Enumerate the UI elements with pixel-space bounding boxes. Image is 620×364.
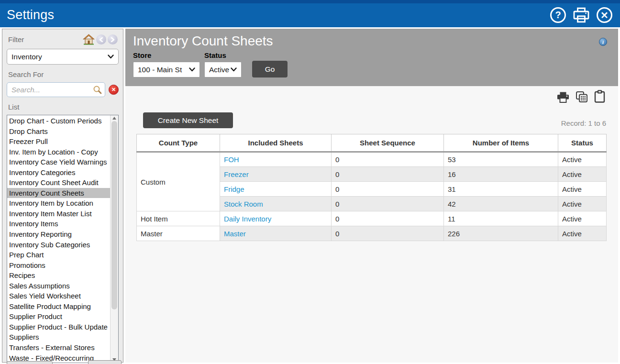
print-icon[interactable] — [557, 92, 569, 103]
included-sheet-cell: Stock Room — [220, 197, 332, 211]
list-items: Drop Chart - Custom PeriodsDrop ChartsFr… — [7, 115, 110, 363]
section-title: Inventory Count Sheets — [133, 33, 610, 49]
titlebar: Settings ? ✕ — [0, 0, 620, 27]
list-item[interactable]: Inventory Items — [7, 219, 110, 229]
sheets-table-body: CustomFOH053ActiveFreezer016ActiveFridge… — [137, 152, 607, 241]
store-select-value: 100 - Main St — [138, 66, 182, 74]
list-item[interactable]: Inventory Count Sheet Audit — [7, 177, 110, 188]
sheet-link[interactable]: Master — [224, 230, 246, 238]
filter-label: Filter — [8, 35, 24, 44]
column-header: Status — [558, 134, 607, 152]
list-item[interactable]: Inventory Reporting — [7, 229, 110, 240]
sheet-link[interactable]: Daily Inventory — [224, 215, 271, 223]
list-item[interactable]: Inventory Count Sheets — [7, 188, 110, 199]
status-cell: Active — [558, 152, 607, 167]
included-sheet-cell: Fridge — [220, 182, 332, 197]
list-item[interactable]: Inventory Categories — [7, 167, 110, 178]
table-row: CustomFOH053Active — [137, 152, 607, 167]
sheet-link[interactable]: Stock Room — [224, 200, 263, 208]
status-label: Status — [204, 51, 242, 59]
export-sheets-icon[interactable] — [576, 91, 588, 103]
sheet-sequence-cell: 0 — [332, 197, 444, 211]
chevron-down-icon — [231, 67, 237, 72]
list-item[interactable]: Inventory Item Master List — [7, 209, 110, 219]
list-item[interactable]: Inventory Case Yield Warnings — [7, 157, 110, 167]
go-button[interactable]: Go — [252, 61, 288, 77]
list-item[interactable]: Suppliers — [7, 332, 110, 342]
number-of-items-cell: 16 — [444, 167, 558, 182]
list-item[interactable]: Prep Chart — [7, 250, 110, 260]
sheet-link[interactable]: FOH — [224, 155, 239, 164]
close-icon[interactable]: ✕ — [597, 7, 612, 23]
cutoff-button[interactable] — [7, 361, 53, 364]
table-row: MasterMaster0226Active — [137, 226, 607, 241]
list-item[interactable]: Sales Assumptions — [7, 281, 110, 291]
sheets-table: Count TypeIncluded SheetsSheet SequenceN… — [136, 134, 607, 241]
included-sheet-cell: Daily Inventory — [220, 211, 332, 226]
chevron-down-icon — [189, 67, 195, 72]
back-icon[interactable] — [96, 34, 106, 44]
number-of-items-cell: 226 — [444, 226, 558, 241]
status-cell: Active — [558, 167, 607, 182]
page-header: Inventory Count Sheets i Store 100 - Mai… — [125, 29, 618, 86]
clipboard-icon[interactable] — [594, 90, 605, 103]
scrollbar-thumb[interactable] — [111, 121, 117, 309]
list-scrollbar[interactable] — [110, 115, 118, 363]
column-header: Sheet Sequence — [332, 134, 444, 152]
search-input[interactable] — [7, 82, 105, 97]
filter-select-value: Inventory — [11, 53, 42, 61]
included-sheet-cell: Master — [220, 226, 332, 241]
home-icon[interactable] — [83, 34, 95, 45]
list-item[interactable]: Supplier Product — [7, 311, 110, 322]
store-select[interactable]: 100 - Main St — [133, 62, 200, 77]
info-icon[interactable]: i — [599, 38, 607, 46]
column-header: Included Sheets — [220, 134, 332, 152]
table-row: Hot ItemDaily Inventory011Active — [137, 211, 607, 226]
list-item[interactable]: Supplier Product - Bulk Update — [7, 322, 110, 332]
sheet-sequence-cell: 0 — [332, 167, 444, 182]
number-of-items-cell: 53 — [444, 152, 558, 167]
status-select[interactable]: Active — [204, 62, 242, 77]
status-cell: Active — [558, 226, 607, 241]
help-icon[interactable]: ? — [550, 7, 566, 23]
content-area: Create New Sheet Record: 1 to 6 Count Ty… — [125, 86, 618, 363]
sheet-link[interactable]: Fridge — [224, 185, 244, 193]
count-type-cell: Hot Item — [137, 211, 220, 226]
filter-select[interactable]: Inventory — [7, 49, 119, 65]
print-icon[interactable] — [573, 7, 590, 23]
status-cell: Active — [558, 211, 607, 226]
sheet-sequence-cell: 0 — [332, 211, 444, 226]
list-item[interactable]: Promotions — [7, 260, 110, 271]
status-cell: Active — [558, 197, 607, 211]
main-panel: Inventory Count Sheets i Store 100 - Mai… — [125, 29, 618, 363]
search-icon[interactable] — [93, 85, 102, 96]
status-cell: Active — [558, 182, 607, 197]
create-new-sheet-button[interactable]: Create New Sheet — [143, 112, 233, 128]
clear-search-icon[interactable]: ✕ — [109, 85, 119, 95]
list-item[interactable]: Inventory Item by Location — [7, 198, 110, 209]
list-item[interactable]: Satellite Product Mapping — [7, 301, 110, 312]
scroll-up-icon[interactable] — [112, 117, 116, 120]
forward-icon[interactable] — [108, 34, 118, 44]
list-item[interactable]: Transfers - External Stores — [7, 342, 110, 353]
list-item[interactable]: Freezer Pull — [7, 136, 110, 147]
content-toolbar-icons — [557, 90, 605, 103]
list-item[interactable]: Recipes — [7, 270, 110, 281]
scrollbar-track[interactable] — [111, 121, 118, 357]
list-item[interactable]: Inventory Sub Categories — [7, 240, 110, 250]
column-header: Count Type — [137, 134, 220, 152]
sheet-sequence-cell: 0 — [332, 152, 444, 167]
sheet-sequence-cell: 0 — [332, 226, 444, 241]
chevron-down-icon — [108, 55, 114, 59]
list-item[interactable]: Inv. Item by Location - Copy — [7, 147, 110, 157]
included-sheet-cell: FOH — [220, 152, 332, 167]
layout: Filter Inventory Search For — [0, 27, 620, 363]
titlebar-icons: ? ✕ — [550, 7, 612, 23]
list-item[interactable]: Drop Charts — [7, 126, 110, 137]
number-of-items-cell: 31 — [444, 182, 558, 197]
sheet-link[interactable]: Freezer — [224, 170, 249, 178]
cutoff-button[interactable] — [88, 360, 122, 364]
list-item[interactable]: Drop Chart - Custom Periods — [7, 116, 110, 126]
list-label: List — [8, 103, 118, 111]
list-item[interactable]: Sales Yield Worksheet — [7, 291, 110, 301]
